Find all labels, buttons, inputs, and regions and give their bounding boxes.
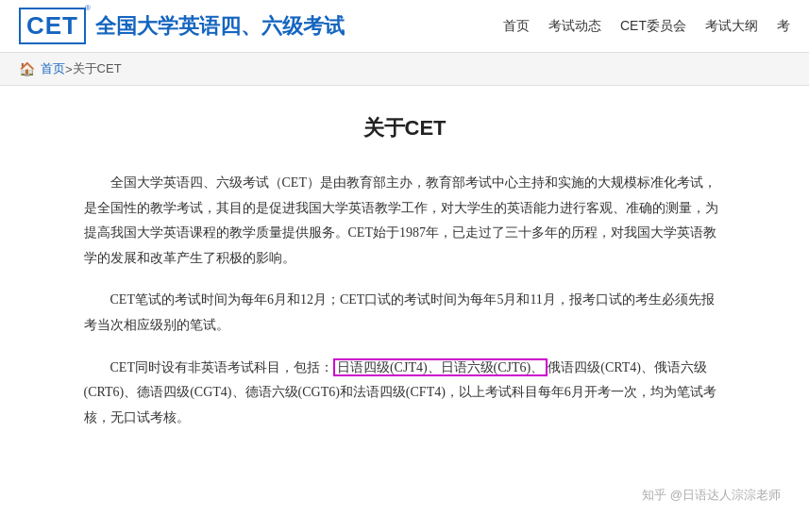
- breadcrumb-separator: >: [65, 62, 73, 76]
- main-content: 关于CET 全国大学英语四、六级考试（CET）是由教育部主办，教育部考试中心主持…: [27, 86, 783, 485]
- paragraph-subjects: CET同时设有非英语考试科目，包括：日语四级(CJT4)、日语六级(CJT6)、…: [84, 356, 726, 431]
- paragraph-schedule: CET笔试的考试时间为每年6月和12月；CET口试的考试时间为每年5月和11月，…: [84, 288, 726, 338]
- page-title: 关于CET: [84, 114, 726, 142]
- watermark: 知乎 @日语达人淙淙老师: [642, 487, 781, 504]
- home-icon: 🏠: [19, 61, 35, 76]
- paragraph-subjects-highlight: 日语四级(CJT4)、日语六级(CJT6)、: [333, 358, 548, 376]
- paragraph-subjects-before: CET同时设有非英语考试科目，包括：: [110, 360, 333, 374]
- nav-committee[interactable]: CET委员会: [620, 18, 686, 35]
- nav-more[interactable]: 考: [777, 18, 790, 35]
- site-title: 全国大学英语四、六级考试: [95, 12, 345, 41]
- nav-home[interactable]: 首页: [503, 18, 530, 35]
- paragraph-intro: 全国大学英语四、六级考试（CET）是由教育部主办，教育部考试中心主持和实施的大规…: [84, 171, 726, 271]
- nav-syllabus[interactable]: 考试大纲: [705, 18, 758, 35]
- header: CET ® 全国大学英语四、六级考试 首页 考试动态 CET委员会 考试大纲 考: [0, 0, 809, 53]
- breadcrumb-home[interactable]: 首页: [41, 60, 65, 77]
- breadcrumb: 🏠 首页 > 关于CET: [0, 53, 809, 86]
- logo-text: CET: [26, 11, 78, 40]
- breadcrumb-current: 关于CET: [73, 60, 122, 77]
- logo-registered: ®: [85, 4, 91, 12]
- nav-area: 首页 考试动态 CET委员会 考试大纲 考: [503, 18, 790, 35]
- logo-area: CET ® 全国大学英语四、六级考试: [19, 8, 345, 44]
- logo-box: CET ®: [19, 8, 86, 44]
- nav-exam-trends[interactable]: 考试动态: [548, 18, 601, 35]
